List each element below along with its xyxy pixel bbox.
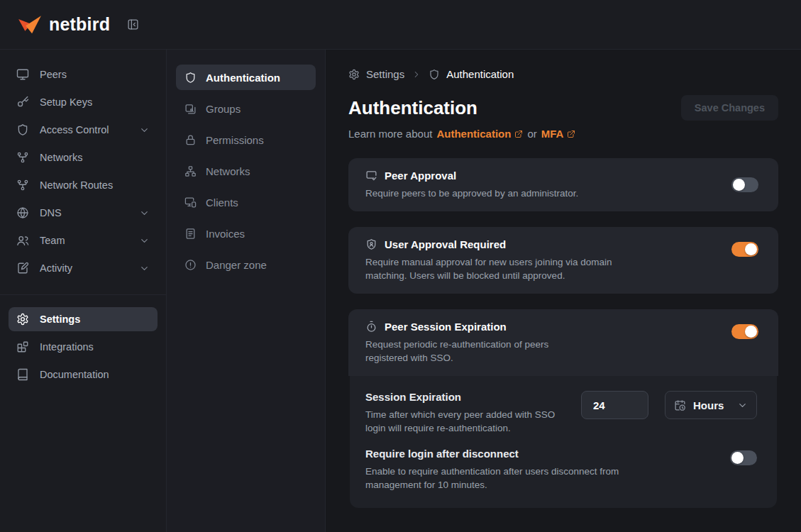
sidebar-item-networks[interactable]: Networks xyxy=(9,145,158,170)
settings-subnav-list: AuthenticationGroupsPermissionsNetworksC… xyxy=(176,65,316,277)
sidebar-main-group: PeersSetup KeysAccess ControlNetworksNet… xyxy=(9,62,158,284)
sidebar-item-label: Invoices xyxy=(206,228,245,240)
file-text-icon xyxy=(184,228,197,240)
session-expiration-row: Session Expiration Time after which ever… xyxy=(365,391,757,435)
require-login-title: Require login after disconnect xyxy=(365,448,643,460)
sidebar-item-activity[interactable]: Activity xyxy=(9,256,158,280)
panel-left-close-icon xyxy=(127,18,139,31)
monitor-smartphone-icon xyxy=(184,196,197,209)
netbird-logo[interactable]: netbird xyxy=(17,14,110,35)
sidebar-item-label: Network Routes xyxy=(40,179,150,191)
timer-icon xyxy=(365,321,377,333)
chevron-down-icon xyxy=(139,263,150,274)
netbird-bird-icon xyxy=(17,14,43,35)
sidebar-item-label: Activity xyxy=(40,262,128,274)
chevron-down-icon xyxy=(139,208,150,218)
shield-icon xyxy=(16,123,29,136)
sidebar-item-invoices[interactable]: Invoices xyxy=(176,221,316,246)
calendar-clock-icon xyxy=(674,399,686,411)
sidebar-item-label: Settings xyxy=(40,314,150,325)
require-login-row: Require login after disconnect Enable to… xyxy=(365,448,757,492)
sidebar-item-integrations[interactable]: Integrations xyxy=(9,335,158,359)
gear-icon xyxy=(16,313,29,326)
shield-icon xyxy=(429,69,440,80)
peer-approval-toggle[interactable] xyxy=(731,177,758,192)
shield-user-icon xyxy=(365,238,377,250)
session-expiration-unit-select[interactable]: Hours xyxy=(665,391,757,419)
toggle-knob xyxy=(745,326,757,338)
settings-subnav: AuthenticationGroupsPermissionsNetworksC… xyxy=(167,50,326,532)
user-approval-toggle[interactable] xyxy=(731,242,758,257)
chevron-down-icon xyxy=(139,235,150,246)
sidebar-item-setup-keys[interactable]: Setup Keys xyxy=(9,90,158,114)
git-fork-icon xyxy=(16,179,29,192)
peer-approval-description: Require peers to be approved by an admin… xyxy=(365,187,578,200)
require-login-description: Enable to require authentication after u… xyxy=(365,465,643,492)
sidebar-item-settings[interactable]: Settings xyxy=(9,307,158,331)
alert-circle-icon xyxy=(184,259,197,271)
sidebar-item-label: Groups xyxy=(206,103,241,115)
sidebar-item-permissions[interactable]: Permissions xyxy=(176,127,316,153)
sidebar-item-documentation[interactable]: Documentation xyxy=(9,362,158,387)
breadcrumb-current: Authentication xyxy=(429,68,514,80)
sidebar-nav: PeersSetup KeysAccess ControlNetworksNet… xyxy=(0,50,167,532)
sidebar-item-label: Peers xyxy=(40,69,150,80)
sidebar-item-groups[interactable]: Groups xyxy=(176,96,316,121)
sidebar-item-authentication[interactable]: Authentication xyxy=(176,65,316,90)
monitor-check-icon xyxy=(365,170,377,182)
authentication-doc-link[interactable]: Authentication xyxy=(436,128,523,140)
user-approval-title: User Approval Required xyxy=(365,238,615,250)
book-icon xyxy=(16,368,29,381)
top-header: netbird xyxy=(0,0,801,50)
sidebar-item-label: DNS xyxy=(40,207,128,218)
main-content: Settings Authentication Authentication S… xyxy=(326,50,801,532)
sidebar-item-label: Networks xyxy=(206,165,250,177)
shield-icon xyxy=(184,72,197,84)
session-expiration-panel: Session Expiration Time after which ever… xyxy=(350,376,777,508)
mfa-doc-link[interactable]: MFA xyxy=(541,128,576,140)
sitemap-icon xyxy=(184,165,197,177)
sidebar-item-networks[interactable]: Networks xyxy=(176,158,316,184)
peer-session-expiration-toggle[interactable] xyxy=(731,324,758,339)
save-changes-button[interactable]: Save Changes xyxy=(681,95,778,121)
sidebar-item-label: Setup Keys xyxy=(40,96,150,108)
sidebar-item-access-control[interactable]: Access Control xyxy=(9,118,158,142)
peer-approval-card: Peer Approval Require peers to be approv… xyxy=(348,158,778,211)
peer-session-expiration-title: Peer Session Expiration xyxy=(365,321,558,333)
chevron-right-icon xyxy=(411,70,421,79)
sidebar-item-peers[interactable]: Peers xyxy=(9,62,158,87)
sidebar-item-clients[interactable]: Clients xyxy=(176,189,316,215)
key-icon xyxy=(16,96,29,109)
session-expiration-input[interactable] xyxy=(581,391,648,419)
user-approval-description: Require manual approval for new users jo… xyxy=(365,255,615,282)
session-expiration-title: Session Expiration xyxy=(365,391,558,403)
blocks-icon xyxy=(16,340,29,353)
sidebar-item-dns[interactable]: DNS xyxy=(9,201,158,225)
sidebar-item-team[interactable]: Team xyxy=(9,228,158,253)
sidebar-item-danger-zone[interactable]: Danger zone xyxy=(176,252,316,277)
toggle-knob xyxy=(745,243,757,255)
brand-name: netbird xyxy=(49,14,110,35)
sidebar-item-network-routes[interactable]: Network Routes xyxy=(9,173,158,197)
external-link-icon xyxy=(514,130,523,138)
unit-select-value: Hours xyxy=(693,399,724,411)
user-approval-card: User Approval Required Require manual ap… xyxy=(348,227,778,294)
breadcrumb-settings[interactable]: Settings xyxy=(348,68,404,80)
sidebar-item-label: Authentication xyxy=(206,72,280,84)
sidebar-item-label: Access Control xyxy=(40,124,128,135)
folder-key-icon xyxy=(184,103,197,115)
sidebar-item-label: Clients xyxy=(206,196,238,209)
require-login-toggle[interactable] xyxy=(730,450,757,465)
peer-session-expiration-card: Peer Session Expiration Request periodic… xyxy=(348,309,778,376)
breadcrumb-current-label: Authentication xyxy=(446,68,514,80)
sidebar-bottom-group: SettingsIntegrationsDocumentation xyxy=(9,307,158,390)
learn-more-conjunction: or xyxy=(527,128,536,140)
users-icon xyxy=(16,234,29,247)
learn-more-prefix: Learn more about xyxy=(348,128,432,140)
sidebar-item-label: Permissions xyxy=(206,134,264,146)
breadcrumb: Settings Authentication xyxy=(348,68,778,80)
session-expiration-description: Time after which every peer added with S… xyxy=(365,408,558,435)
sidebar-collapse-button[interactable] xyxy=(126,17,140,32)
page-title: Authentication xyxy=(348,97,477,119)
toggle-knob xyxy=(731,452,744,464)
